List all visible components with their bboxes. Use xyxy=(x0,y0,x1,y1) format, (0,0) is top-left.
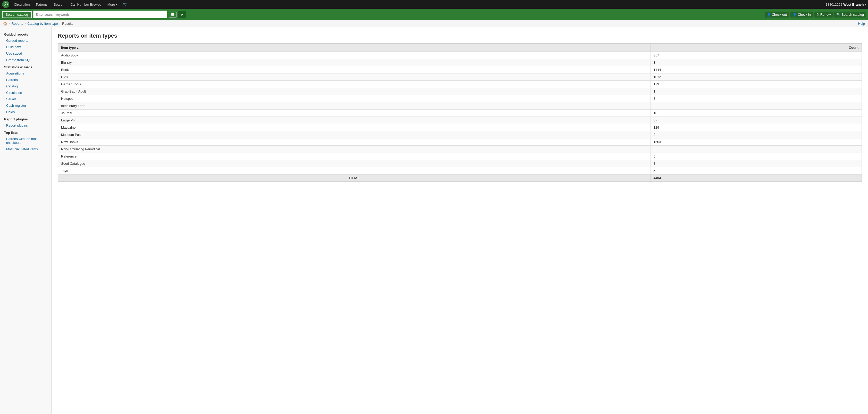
item-type-cell: Non-Circulating Periodical xyxy=(58,146,650,153)
nav-patrons[interactable]: Patrons xyxy=(33,2,50,7)
table-row: Magazine 129 xyxy=(58,124,862,131)
table-row: Garden Tools 179 xyxy=(58,81,862,88)
table-row: Interlibrary Loan 2 xyxy=(58,102,862,110)
item-type-cell: Magazine xyxy=(58,124,650,131)
count-cell: 37 xyxy=(650,117,862,124)
nav-call-number-browse[interactable]: Call Number Browse xyxy=(68,2,103,7)
search-bar-actions: 👤 Check out 👤 Check in ↻ Renew 🔍 Search … xyxy=(765,11,866,18)
item-type-cell: Large Print xyxy=(58,117,650,124)
main-content: Reports on item types Item type Count Au… xyxy=(52,27,868,414)
sidebar-item-most-circulated-items[interactable]: Most-circulated items xyxy=(0,146,51,152)
sidebar-section-statistics-wizards: Statistics wizards xyxy=(0,63,51,70)
count-cell: 1503 xyxy=(650,139,862,146)
count-cell: 1144 xyxy=(650,66,862,73)
table-row: Audio Book 357 xyxy=(58,52,862,59)
footer-label: TOTAL xyxy=(58,175,650,182)
item-type-cell: Hotspot xyxy=(58,95,650,102)
nav-more[interactable]: More ▾ xyxy=(105,2,120,7)
breadcrumb-catalog-by-item-type[interactable]: Catalog by item type xyxy=(27,22,58,26)
item-type-cell: Museum Pass xyxy=(58,131,650,139)
table-row: Hotspot 3 xyxy=(58,95,862,102)
more-dropdown-arrow: ▾ xyxy=(116,3,117,6)
table-row: New Books 1503 xyxy=(58,139,862,146)
sidebar-item-use-saved[interactable]: Use saved xyxy=(0,50,51,57)
sidebar-item-guided-reports[interactable]: Guided reports xyxy=(0,37,51,44)
checkout-button[interactable]: 👤 Check out xyxy=(765,11,789,18)
nav-circulation[interactable]: Circulation xyxy=(11,2,32,7)
table-footer-row: TOTAL 4404 xyxy=(58,175,862,182)
breadcrumb-sep-3: › xyxy=(60,22,61,26)
count-cell: 3 xyxy=(650,59,862,66)
checkout-icon: 👤 xyxy=(767,12,771,17)
count-cell: 1012 xyxy=(650,73,862,81)
checkin-icon: 👤 xyxy=(793,12,797,17)
count-cell: 129 xyxy=(650,124,862,131)
table-row: Grab Bag - Adult 1 xyxy=(58,88,862,95)
table-row: Large Print 37 xyxy=(58,117,862,124)
item-type-cell: Toys xyxy=(58,167,650,175)
item-type-cell: Blu-ray xyxy=(58,59,650,66)
item-type-cell: Seed Catalogue xyxy=(58,160,650,167)
sidebar-item-serials[interactable]: Serials xyxy=(0,96,51,102)
renew-button[interactable]: ↻ Renew xyxy=(814,11,833,18)
count-cell: 5 xyxy=(650,167,862,175)
search-catalog-action[interactable]: 🔍 Search catalog xyxy=(834,11,866,18)
cart-icon[interactable]: 🛒 xyxy=(123,2,127,6)
count-cell: 8 xyxy=(650,160,862,167)
table-row: Museum Pass 2 xyxy=(58,131,862,139)
col-item-type[interactable]: Item type xyxy=(58,43,650,52)
search-catalog-button[interactable]: Search catalog xyxy=(2,11,32,18)
item-type-cell: Audio Book xyxy=(58,52,650,59)
footer-total: 4404 xyxy=(650,175,862,182)
sidebar-item-cash-register[interactable]: Cash register xyxy=(0,102,51,109)
sidebar-item-patrons-most-checkouts[interactable]: Patrons with the most checkouts xyxy=(0,136,51,146)
breadcrumb: 🏠 › Reports › Catalog by item type › Res… xyxy=(0,20,868,27)
table-header-row: Item type Count xyxy=(58,43,862,52)
count-cell: 3 xyxy=(650,95,862,102)
search-input[interactable] xyxy=(33,10,167,18)
help-link[interactable]: Help xyxy=(858,22,865,26)
sidebar-item-holds[interactable]: Holds xyxy=(0,109,51,115)
table-row: Non-Circulating Periodical 3 xyxy=(58,146,862,153)
search-bar: Search catalog ☰ ➤ 👤 Check out 👤 Check i… xyxy=(0,9,868,20)
home-icon[interactable]: 🏠 xyxy=(3,22,7,26)
col-count[interactable]: Count xyxy=(650,43,862,52)
table-body: Audio Book 357 Blu-ray 3 Book 1144 DVD 1… xyxy=(58,52,862,175)
item-type-cell: Interlibrary Loan xyxy=(58,102,650,110)
report-table: Item type Count Audio Book 357 Blu-ray 3… xyxy=(58,43,862,182)
page-title: Reports on item types xyxy=(58,32,862,39)
nav-search[interactable]: Search xyxy=(51,2,67,7)
item-type-cell: DVD xyxy=(58,73,650,81)
count-cell: 2 xyxy=(650,131,862,139)
count-cell: 1 xyxy=(650,88,862,95)
svg-text:K: K xyxy=(5,3,6,6)
item-type-cell: Journal xyxy=(58,110,650,117)
breadcrumb-results: Results xyxy=(62,22,73,26)
sidebar-item-report-plugins[interactable]: Report plugins xyxy=(0,122,51,129)
branch-info: 183012222 West Branch ▾ xyxy=(826,3,866,6)
logo[interactable]: K xyxy=(2,1,9,8)
sidebar-item-build-new[interactable]: Build new xyxy=(0,44,51,50)
table-row: Book 1144 xyxy=(58,66,862,73)
table-row: Toys 5 xyxy=(58,167,862,175)
search-filter-button[interactable]: ☰ xyxy=(169,11,177,18)
sidebar-item-create-from-sql[interactable]: Create from SQL xyxy=(0,57,51,63)
sidebar: Guided reports Guided reports Build new … xyxy=(0,27,52,414)
count-cell: 6 xyxy=(650,153,862,160)
count-cell: 3 xyxy=(650,146,862,153)
sidebar-item-circulation[interactable]: Circulation xyxy=(0,89,51,96)
count-cell: 10 xyxy=(650,110,862,117)
item-type-cell: New Books xyxy=(58,139,650,146)
sidebar-item-catalog[interactable]: Catalog xyxy=(0,83,51,89)
count-cell: 2 xyxy=(650,102,862,110)
sidebar-item-acquisitions[interactable]: Acquisitions xyxy=(0,70,51,77)
item-type-cell: Reference xyxy=(58,153,650,160)
table-row: DVD 1012 xyxy=(58,73,862,81)
sidebar-item-patrons[interactable]: Patrons xyxy=(0,77,51,83)
search-go-button[interactable]: ➤ xyxy=(178,11,186,18)
search-icon: 🔍 xyxy=(836,12,840,17)
breadcrumb-reports[interactable]: Reports xyxy=(11,22,23,26)
checkin-button[interactable]: 👤 Check in xyxy=(790,11,813,18)
table-row: Seed Catalogue 8 xyxy=(58,160,862,167)
sidebar-section-report-plugins: Report plugins xyxy=(0,115,51,122)
